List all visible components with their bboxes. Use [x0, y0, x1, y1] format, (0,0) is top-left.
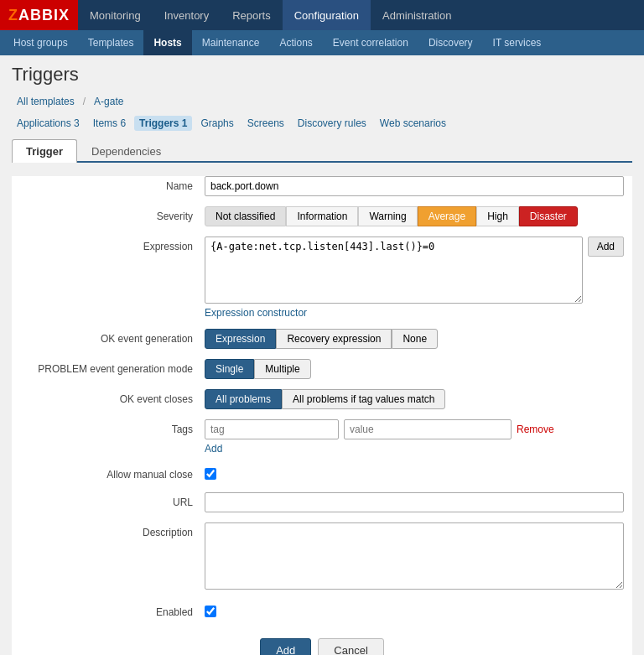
expression-row: Expression {A-gate:net.tcp.listen[443].l… [12, 237, 632, 319]
url-label: URL [20, 492, 205, 508]
breadcrumb-all-templates[interactable]: All templates [12, 94, 80, 109]
ok-closes-row: OK event closes All problems All problem… [12, 389, 632, 409]
nav-configuration[interactable]: Configuration [283, 0, 371, 30]
enabled-label: Enabled [20, 602, 205, 618]
ok-event-row: OK event generation Expression Recovery … [12, 329, 632, 349]
cancel-button[interactable]: Cancel [318, 638, 383, 655]
breadcrumb-sep1: / [83, 96, 86, 107]
description-textarea[interactable] [205, 522, 624, 590]
url-field [205, 492, 624, 512]
logo: ZABBIX [0, 0, 78, 30]
nav-maintenance[interactable]: Maintenance [192, 30, 270, 55]
logo-text: ZABBIX [8, 7, 70, 24]
breadcrumb-tab-screens[interactable]: Screens [242, 116, 289, 131]
breadcrumb-tab-items[interactable]: Items 6 [88, 116, 131, 131]
tag-input[interactable] [205, 419, 339, 439]
form-content: Name Severity Not classified Information… [12, 176, 632, 655]
breadcrumb-tab-discovery[interactable]: Discovery rules [293, 116, 371, 131]
url-input[interactable] [205, 492, 624, 512]
url-row: URL [12, 492, 632, 512]
enabled-checkbox[interactable] [205, 606, 216, 617]
severity-warning[interactable]: Warning [358, 206, 417, 226]
breadcrumb: All templates / A-gate [12, 94, 632, 109]
nav-reports[interactable]: Reports [221, 0, 283, 30]
name-label: Name [20, 176, 205, 192]
nav-inventory[interactable]: Inventory [153, 0, 221, 30]
expression-label: Expression [20, 237, 205, 252]
breadcrumb-tab-applications[interactable]: Applications 3 [12, 116, 85, 131]
page-title: Triggers [12, 64, 632, 86]
nav-administration[interactable]: Administration [371, 0, 463, 30]
tags-input-row: Remove [205, 419, 624, 439]
page-content: Triggers All templates / A-gate Applicat… [0, 55, 644, 655]
ok-event-field: Expression Recovery expression None [205, 329, 624, 349]
ok-closes-field: All problems All problems if tag values … [205, 389, 624, 409]
value-input[interactable] [344, 419, 512, 439]
description-row: Description [12, 522, 632, 592]
problem-mode-group: Single Multiple [205, 359, 624, 379]
severity-high[interactable]: High [476, 206, 519, 226]
severity-label: Severity [20, 206, 205, 222]
ok-closes-all[interactable]: All problems [205, 389, 282, 409]
severity-average[interactable]: Average [418, 206, 476, 226]
severity-row: Severity Not classified Information Warn… [12, 206, 632, 226]
breadcrumb-gate[interactable]: A-gate [89, 94, 128, 109]
expression-add-button[interactable]: Add [588, 237, 624, 257]
name-field [205, 176, 624, 196]
severity-disaster[interactable]: Disaster [519, 206, 578, 226]
nav-host-groups[interactable]: Host groups [3, 30, 78, 55]
manual-close-label: Allow manual close [20, 465, 205, 481]
severity-group: Not classified Information Warning Avera… [205, 206, 624, 226]
sub-tabs: Trigger Dependencies [12, 139, 632, 163]
ok-closes-label: OK event closes [20, 389, 205, 405]
add-tag-link[interactable]: Add [205, 443, 624, 455]
description-label: Description [20, 522, 205, 538]
expression-area: {A-gate:net.tcp.listen[443].last()}=0 Ad… [205, 237, 624, 304]
tags-label: Tags [20, 419, 205, 435]
ok-event-group: Expression Recovery expression None [205, 329, 624, 349]
nav-hosts[interactable]: Hosts [143, 30, 191, 55]
enabled-field [205, 602, 624, 620]
manual-close-row: Allow manual close [12, 465, 632, 482]
tab-dependencies[interactable]: Dependencies [77, 139, 175, 163]
ok-event-label: OK event generation [20, 329, 205, 345]
ok-event-expression[interactable]: Expression [205, 329, 276, 349]
breadcrumb-tab-graphs[interactable]: Graphs [195, 116, 238, 131]
ok-closes-group: All problems All problems if tag values … [205, 389, 624, 409]
problem-mode-row: PROBLEM event generation mode Single Mul… [12, 359, 632, 379]
ok-closes-tag[interactable]: All problems if tag values match [282, 389, 445, 409]
name-input[interactable] [205, 176, 624, 196]
nav-actions[interactable]: Actions [269, 30, 322, 55]
remove-tag-link[interactable]: Remove [517, 424, 554, 435]
nav-templates[interactable]: Templates [78, 30, 144, 55]
manual-close-checkbox[interactable] [205, 468, 216, 480]
nav-discovery[interactable]: Discovery [418, 30, 483, 55]
expression-textarea[interactable]: {A-gate:net.tcp.listen[443].last()}=0 [205, 237, 583, 304]
description-field [205, 522, 624, 592]
manual-close-field [205, 465, 624, 482]
top-nav: ZABBIX Monitoring Inventory Reports Conf… [0, 0, 644, 30]
expression-field: {A-gate:net.tcp.listen[443].last()}=0 Ad… [205, 237, 624, 319]
nav-monitoring[interactable]: Monitoring [78, 0, 153, 30]
problem-mode-label: PROBLEM event generation mode [20, 359, 205, 375]
action-buttons: Add Cancel [12, 630, 632, 655]
problem-mode-single[interactable]: Single [205, 359, 254, 379]
page-wrapper: ZABBIX Monitoring Inventory Reports Conf… [0, 0, 644, 655]
ok-event-recovery[interactable]: Recovery expression [276, 329, 392, 349]
ok-event-none[interactable]: None [392, 329, 438, 349]
nav-event-correlation[interactable]: Event correlation [323, 30, 418, 55]
severity-information[interactable]: Information [286, 206, 358, 226]
breadcrumb-tab-triggers[interactable]: Triggers 1 [134, 116, 192, 131]
nav-it-services[interactable]: IT services [483, 30, 552, 55]
breadcrumb-tab-web[interactable]: Web scenarios [375, 116, 451, 131]
name-row: Name [12, 176, 632, 196]
problem-mode-multiple[interactable]: Multiple [254, 359, 310, 379]
add-button[interactable]: Add [260, 638, 311, 655]
tags-field: Remove Add [205, 419, 624, 455]
top-nav-items: Monitoring Inventory Reports Configurati… [78, 0, 463, 30]
enabled-row: Enabled [12, 602, 632, 620]
severity-field: Not classified Information Warning Avera… [205, 206, 624, 226]
tab-trigger[interactable]: Trigger [12, 139, 77, 163]
constructor-link[interactable]: Expression constructor [205, 307, 307, 319]
severity-not-classified[interactable]: Not classified [205, 206, 286, 226]
